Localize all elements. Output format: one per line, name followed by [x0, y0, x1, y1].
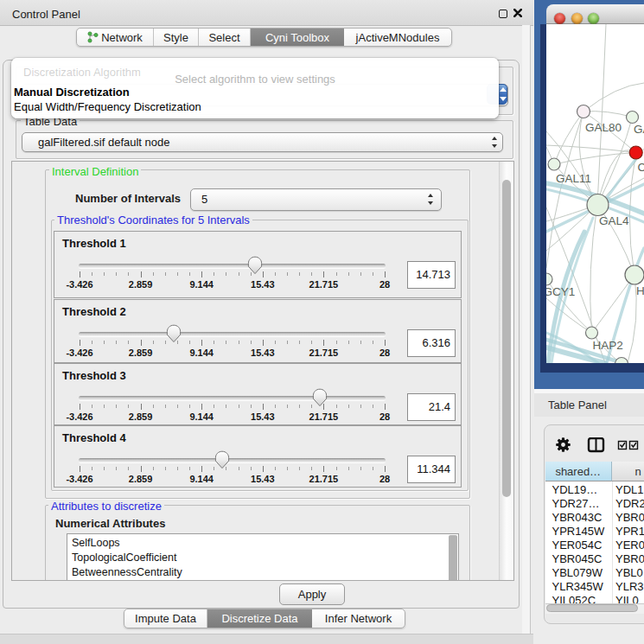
svg-text:HA: HA: [636, 284, 644, 297]
svg-text:GAL1: GAL1: [634, 123, 644, 136]
svg-text:GAL4: GAL4: [599, 214, 629, 227]
svg-text:CY: CY: [638, 161, 644, 174]
svg-text:GAL80: GAL80: [585, 121, 622, 134]
svg-text:GCY1: GCY1: [546, 285, 575, 298]
svg-text:GAL11: GAL11: [556, 172, 591, 185]
svg-text:HAP2: HAP2: [593, 339, 623, 352]
